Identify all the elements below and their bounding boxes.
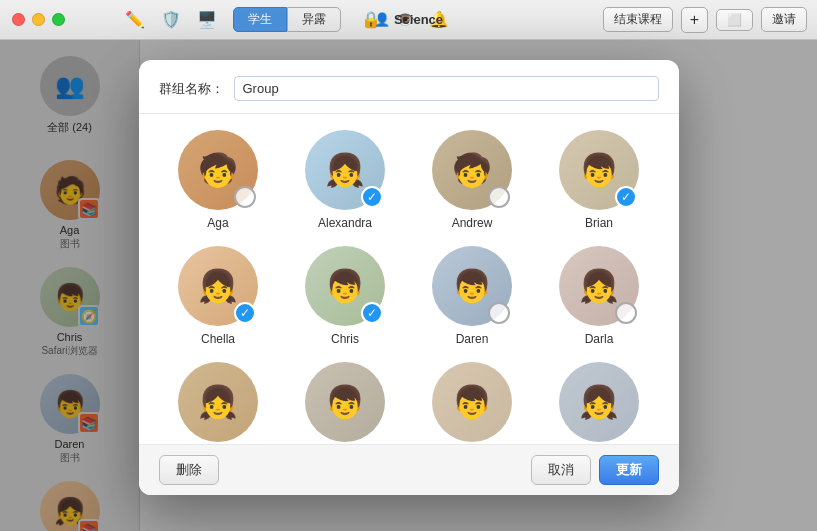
toolbar-tabs: 学生 异露 <box>233 7 341 32</box>
row3-4-circle: 👧 <box>559 362 639 442</box>
student-row3-3[interactable]: 👦 <box>413 362 532 442</box>
row3-4-avatar: 👧 <box>559 362 639 442</box>
row3-1-avatar: 👧 <box>178 362 258 442</box>
close-button[interactable] <box>12 13 25 26</box>
alexandra-student-avatar: 👧 ✓ <box>305 130 385 210</box>
daren-student-avatar: 👦 <box>432 246 512 326</box>
pencil-icon[interactable]: ✏️ <box>125 10 145 29</box>
cancel-button[interactable]: 取消 <box>531 455 591 485</box>
alexandra-student-name: Alexandra <box>318 216 372 230</box>
add-button[interactable]: + <box>681 7 708 33</box>
minimize-button[interactable] <box>32 13 45 26</box>
aga-student-name: Aga <box>207 216 228 230</box>
darla-check <box>615 302 637 324</box>
chella-check: ✓ <box>234 302 256 324</box>
andrew-student-avatar: 🧒 <box>432 130 512 210</box>
tab-groups[interactable]: 异露 <box>287 7 341 32</box>
student-chella[interactable]: 👧 ✓ Chella <box>159 246 278 346</box>
student-row3-1[interactable]: 👧 <box>159 362 278 442</box>
chella-student-avatar: 👧 ✓ <box>178 246 258 326</box>
andrew-student-name: Andrew <box>452 216 493 230</box>
row3-1-circle: 👧 <box>178 362 258 442</box>
window-title: Science <box>394 12 443 27</box>
daren-student-name: Daren <box>456 332 489 346</box>
shield-icon[interactable]: 🛡️ <box>161 10 181 29</box>
aga-student-avatar: 🧒 <box>178 130 258 210</box>
chris-student-avatar: 👦 ✓ <box>305 246 385 326</box>
student-andrew[interactable]: 🧒 Andrew <box>413 130 532 230</box>
monitor-icon[interactable]: 🖥️ <box>197 10 217 29</box>
group-name-input[interactable] <box>234 76 659 101</box>
andrew-check <box>488 186 510 208</box>
brian-student-avatar: 👦 ✓ <box>559 130 639 210</box>
dialog-footer: 删除 取消 更新 <box>139 444 679 495</box>
daren-check <box>488 302 510 324</box>
traffic-lights <box>12 13 65 26</box>
update-button[interactable]: 更新 <box>599 455 659 485</box>
brian-student-name: Brian <box>585 216 613 230</box>
delete-button[interactable]: 删除 <box>159 455 219 485</box>
darla-student-name: Darla <box>585 332 614 346</box>
brian-check: ✓ <box>615 186 637 208</box>
dialog-header: 群组名称： <box>139 60 679 114</box>
group-name-label: 群组名称： <box>159 80 224 98</box>
end-course-button[interactable]: 结束课程 <box>603 7 673 32</box>
titlebar-center: 👤 Science <box>374 12 443 27</box>
row3-3-circle: 👦 <box>432 362 512 442</box>
student-alexandra[interactable]: 👧 ✓ Alexandra <box>286 130 405 230</box>
student-row3-2[interactable]: 👦 <box>286 362 405 442</box>
chella-student-name: Chella <box>201 332 235 346</box>
darla-student-avatar: 👧 <box>559 246 639 326</box>
tab-students[interactable]: 学生 <box>233 7 287 32</box>
chris-student-name: Chris <box>331 332 359 346</box>
titlebar: ✏️ 🛡️ 🖥️ 学生 异露 🔒 👁️ 🔔 👤 Science 结束课程 + ⬜… <box>0 0 817 40</box>
dialog-overlay: 群组名称： 🧒 Aga 👧 ✓ <box>0 40 817 531</box>
title-icon: 👤 <box>374 12 390 27</box>
chris-check: ✓ <box>361 302 383 324</box>
alexandra-check: ✓ <box>361 186 383 208</box>
student-row3-4[interactable]: 👧 <box>540 362 659 442</box>
toolbar-icons: ✏️ 🛡️ 🖥️ <box>125 10 217 29</box>
row3-2-avatar: 👦 <box>305 362 385 442</box>
invite-button[interactable]: 邀请 <box>761 7 807 32</box>
student-daren[interactable]: 👦 Daren <box>413 246 532 346</box>
student-grid: 🧒 Aga 👧 ✓ Alexandra 🧒 <box>139 114 679 444</box>
monitor-button[interactable]: ⬜ <box>716 9 753 31</box>
aga-check <box>234 186 256 208</box>
row3-2-circle: 👦 <box>305 362 385 442</box>
footer-right-buttons: 取消 更新 <box>531 455 659 485</box>
main-content: 👥 全部 (24) 🧑 📚 Aga 图书 👦 🧭 Chris Safari浏览器 <box>0 40 817 531</box>
student-chris[interactable]: 👦 ✓ Chris <box>286 246 405 346</box>
titlebar-end-buttons: 结束课程 + ⬜ 邀请 <box>603 7 807 33</box>
row3-3-avatar: 👦 <box>432 362 512 442</box>
student-aga[interactable]: 🧒 Aga <box>159 130 278 230</box>
maximize-button[interactable] <box>52 13 65 26</box>
group-dialog: 群组名称： 🧒 Aga 👧 ✓ <box>139 60 679 495</box>
student-darla[interactable]: 👧 Darla <box>540 246 659 346</box>
student-brian[interactable]: 👦 ✓ Brian <box>540 130 659 230</box>
